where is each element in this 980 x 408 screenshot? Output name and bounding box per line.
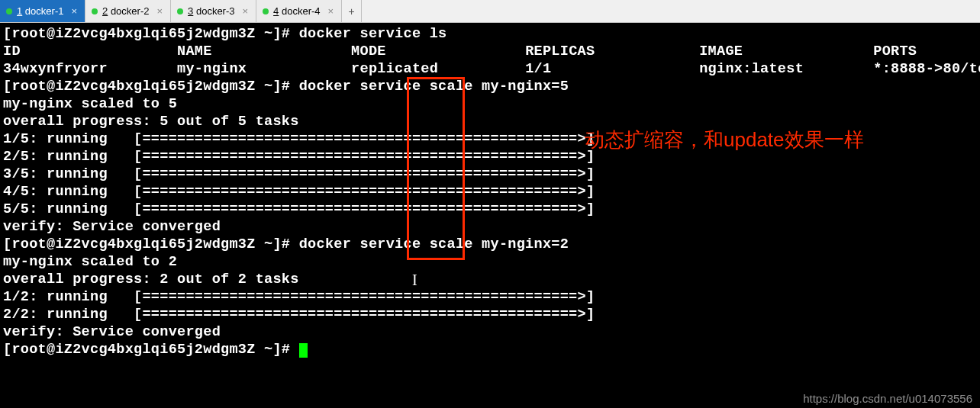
close-icon[interactable]: × (328, 5, 334, 17)
cell-replicas: 1/1 (525, 61, 551, 77)
terminal-output[interactable]: [root@iZ2vcg4bxglqi65j2wdgm3Z ~]# docker… (0, 23, 980, 361)
prompt: [root@iZ2vcg4bxglqi65j2wdgm3Z ~]# (3, 26, 299, 42)
progress-line: 5/5: running [==========================… (3, 201, 604, 217)
output-line: my-nginx scaled to 2 (3, 254, 177, 270)
terminal-cursor (299, 343, 308, 358)
progress-line: 2/2: running [==========================… (3, 307, 604, 323)
command: docker service ls (299, 26, 447, 42)
cell-id: 34wxynfryorr (3, 61, 108, 77)
progress-line: 1/5: running [==========================… (3, 131, 604, 147)
col-image: IMAGE (699, 43, 743, 59)
tab-docker-2[interactable]: 2 docker-2 × (85, 0, 171, 22)
col-name: NAME (177, 43, 212, 59)
col-mode: MODE (351, 43, 386, 59)
tab-label: 2 docker-2 (102, 5, 149, 17)
progress-line: 4/5: running [==========================… (3, 184, 604, 200)
col-ports: PORTS (873, 43, 917, 59)
prompt: [root@iZ2vcg4bxglqi65j2wdgm3Z ~]# (3, 342, 299, 358)
output-line: overall progress: 5 out of 5 tasks (3, 114, 299, 130)
progress-line: 2/5: running [==========================… (3, 149, 604, 165)
tab-docker-1[interactable]: 1 docker-1 × (0, 0, 85, 22)
output-line: verify: Service converged (3, 324, 221, 340)
tab-label: 3 docker-3 (188, 5, 234, 17)
watermark: https://blog.csdn.net/u014073556 (803, 392, 972, 405)
status-dot (177, 8, 183, 14)
tab-label: 4 docker-4 (273, 5, 320, 17)
output-line: my-nginx scaled to 5 (3, 96, 177, 112)
cell-name: my-nginx (177, 61, 247, 77)
close-icon[interactable]: × (71, 5, 77, 17)
prompt: [root@iZ2vcg4bxglqi65j2wdgm3Z ~]# (3, 236, 299, 252)
progress-line: 1/2: running [==========================… (3, 289, 604, 305)
progress-line: 3/5: running [==========================… (3, 166, 604, 182)
command: docker service scale my-nginx=2 (299, 236, 569, 252)
cell-mode: replicated (351, 61, 438, 77)
tab-bar: 1 docker-1 × 2 docker-2 × 3 docker-3 × 4… (0, 0, 980, 23)
cell-ports: *:8888->80/tcp (873, 61, 980, 77)
col-id: ID (3, 43, 21, 59)
output-line: overall progress: 2 out of 2 tasks (3, 271, 299, 288)
tab-docker-3[interactable]: 3 docker-3 × (171, 0, 256, 22)
col-replicas: REPLICAS (525, 43, 595, 59)
status-dot (92, 8, 98, 14)
tab-label: 1 docker-1 (17, 5, 63, 17)
output-line: verify: Service converged (3, 219, 221, 235)
status-dot (6, 8, 12, 14)
close-icon[interactable]: × (156, 5, 163, 17)
command: docker service scale my-nginx=5 (299, 79, 569, 95)
tab-docker-4[interactable]: 4 docker-4 × (256, 0, 342, 22)
status-dot (263, 8, 269, 14)
cell-image: nginx:latest (699, 61, 804, 77)
add-tab-button[interactable]: + (342, 0, 362, 22)
prompt: [root@iZ2vcg4bxglqi65j2wdgm3Z ~]# (3, 79, 299, 95)
close-icon[interactable]: × (243, 5, 249, 17)
